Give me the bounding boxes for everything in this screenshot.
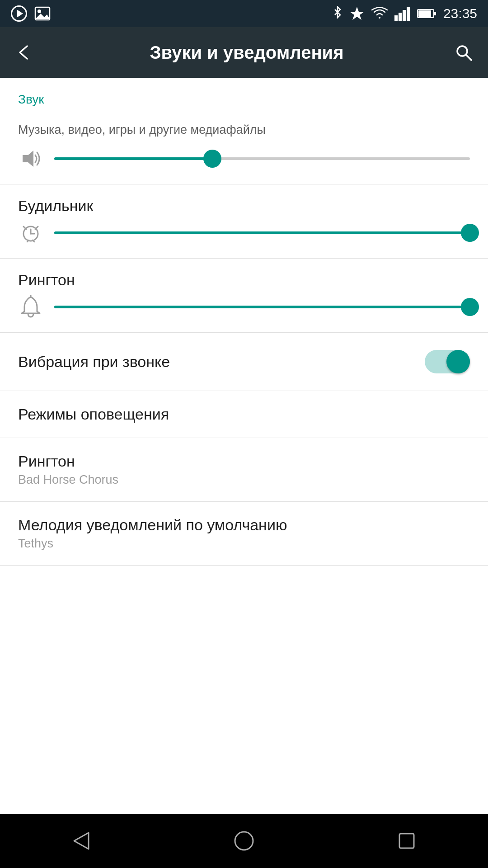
toolbar: Звуки и уведомления [0,27,488,78]
ringtone-item[interactable]: Рингтон Bad Horse Chorus [0,438,488,502]
toolbar-title: Звуки и уведомления [43,42,450,63]
content: Звук Музыка, видео, игры и другие медиаф… [0,78,488,814]
alarm-icon [18,220,43,245]
alarm-volume-item: Будильник [0,184,488,259]
svg-point-23 [235,832,253,850]
notification-sound-label: Мелодия уведомлений по умолчанию [18,516,470,534]
svg-rect-10 [418,10,431,17]
notification-sound-item[interactable]: Мелодия уведомлений по умолчанию Tethys [0,502,488,566]
ringtone-slider-row [18,294,470,320]
status-bar: 23:35 [0,0,488,27]
notification-modes-label: Режимы оповещения [18,406,470,423]
ringtone-volume-label: Рингтон [18,271,470,289]
ringtone-item-value: Bad Horse Chorus [18,473,470,487]
alarm-volume-slider[interactable] [54,231,470,234]
bluetooth-icon [332,6,343,21]
star-icon [349,6,365,21]
media-volume-slider[interactable] [54,157,470,160]
nav-back-button[interactable] [63,823,99,859]
nav-bar [0,814,488,868]
status-time: 23:35 [443,6,477,21]
ringtone-volume-item: Рингтон [0,259,488,333]
alarm-slider-row [18,220,470,245]
image-icon [34,6,51,21]
svg-marker-2 [35,14,50,19]
signal-icon [394,6,411,21]
notification-sound-value: Tethys [18,537,470,551]
toggle-knob [446,350,470,373]
nav-recent-button[interactable] [389,823,425,859]
search-button[interactable] [450,39,477,66]
wifi-icon [371,7,388,20]
ringtone-volume-slider[interactable] [54,306,470,308]
svg-line-17 [23,226,26,229]
svg-marker-22 [74,833,89,849]
svg-rect-9 [434,12,436,15]
play-icon [11,5,27,22]
vibration-label: Вибрация при звонке [18,353,170,371]
alarm-label: Будильник [18,197,470,215]
bell-icon [18,294,43,320]
status-bar-right: 23:35 [332,6,477,21]
svg-line-18 [35,226,38,229]
media-volume-label: Музыка, видео, игры и другие медиафайлы [18,123,470,137]
volume-icon [18,146,43,171]
sound-section-header: Звук [0,78,488,110]
notification-modes-item[interactable]: Режимы оповещения [0,391,488,438]
battery-icon [417,8,437,19]
media-volume-slider-row [18,146,470,171]
svg-point-1 [38,9,41,13]
media-volume-item: Музыка, видео, игры и другие медиафайлы [0,110,488,184]
svg-marker-3 [350,7,364,20]
svg-rect-4 [394,15,398,21]
ringtone-item-label: Рингтон [18,453,470,470]
svg-line-12 [466,55,471,60]
status-bar-left [11,5,51,22]
nav-home-button[interactable] [226,823,262,859]
svg-rect-7 [407,7,410,21]
svg-rect-5 [399,13,402,21]
vibration-item[interactable]: Вибрация при звонке [0,333,488,391]
svg-marker-13 [23,151,33,167]
back-button[interactable] [11,40,36,65]
svg-rect-6 [403,10,406,21]
svg-rect-24 [399,834,414,848]
vibration-toggle[interactable] [425,350,470,373]
